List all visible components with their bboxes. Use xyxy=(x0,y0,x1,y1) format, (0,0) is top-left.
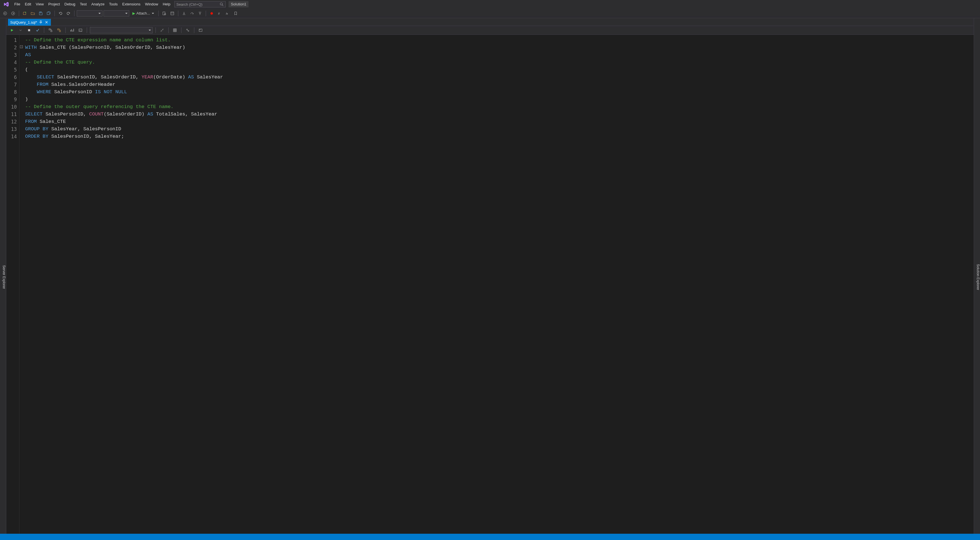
line-number: 9 xyxy=(6,96,17,103)
document-tab-strip: SqlQuery_1.sql* xyxy=(6,18,974,25)
workspace: Server Explorer SqlQuery_1.sql* xyxy=(0,18,980,534)
menu-debug[interactable]: Debug xyxy=(62,0,78,8)
uncomment-button[interactable]: /x xyxy=(224,10,231,17)
attach-debugger-button[interactable]: ▶ Attach... xyxy=(130,10,156,16)
back-button[interactable] xyxy=(2,10,8,17)
code-line[interactable]: ) xyxy=(25,96,974,103)
separator xyxy=(194,27,194,33)
solution-explorer-tab[interactable]: Solution Explorer xyxy=(974,18,980,534)
change-connection-button[interactable] xyxy=(197,27,204,33)
results-grid-button[interactable] xyxy=(172,27,178,33)
menu-tools[interactable]: Tools xyxy=(107,0,120,8)
menu-bar: FileEditViewProjectDebugTestAnalyzeTools… xyxy=(0,0,980,8)
menu-view[interactable]: View xyxy=(33,0,46,8)
play-icon: ▶ xyxy=(132,11,135,15)
svg-text://: // xyxy=(218,12,220,15)
code-editor[interactable]: 1234567891011121314 -- Define the CTE ex… xyxy=(6,35,974,534)
database-dropdown[interactable] xyxy=(90,27,153,33)
code-line[interactable]: -- Define the CTE expression name and co… xyxy=(25,37,974,44)
execute-button[interactable] xyxy=(8,27,15,33)
connection-button[interactable] xyxy=(159,27,165,33)
menu-window[interactable]: Window xyxy=(143,0,160,8)
code-line[interactable]: SELECT SalesPersonID, COUNT(SalesOrderID… xyxy=(25,111,974,118)
svg-point-0 xyxy=(220,3,223,5)
search-placeholder: Search (Ctrl+Q) xyxy=(176,2,202,6)
line-number: 1 xyxy=(6,37,17,44)
server-explorer-tab[interactable]: Server Explorer xyxy=(0,18,6,534)
menu-items: FileEditViewProjectDebugTestAnalyzeTools… xyxy=(12,0,173,8)
undo-button[interactable] xyxy=(57,10,64,17)
code-line[interactable]: WHERE SalesPersonID IS NOT NULL xyxy=(25,88,974,96)
estimated-plan-button[interactable] xyxy=(47,27,54,33)
status-bar xyxy=(0,534,980,540)
code-line[interactable]: -- Define the CTE query. xyxy=(25,59,974,66)
outlining-margin[interactable] xyxy=(19,35,23,534)
search-icon xyxy=(220,2,224,6)
execute-dropdown[interactable] xyxy=(17,27,24,33)
outline-collapse-icon[interactable] xyxy=(20,45,23,48)
separator xyxy=(181,27,181,33)
quick-search[interactable]: Search (Ctrl+Q) xyxy=(174,1,226,7)
vs-logo-icon xyxy=(3,1,10,8)
separator xyxy=(178,11,178,16)
menu-analyze[interactable]: Analyze xyxy=(89,0,107,8)
line-number: 6 xyxy=(6,73,17,81)
code-line[interactable]: FROM Sales.SalesOrderHeader xyxy=(25,81,974,88)
svg-rect-16 xyxy=(57,29,59,30)
menu-edit[interactable]: Edit xyxy=(22,0,33,8)
menu-extensions[interactable]: Extensions xyxy=(120,0,143,8)
solution-config-dropdown[interactable] xyxy=(77,10,102,16)
separator xyxy=(54,11,55,16)
document-area: SqlQuery_1.sql* xyxy=(6,18,974,534)
svg-rect-23 xyxy=(200,29,200,30)
step-out-button[interactable] xyxy=(197,10,204,17)
step-over-button[interactable] xyxy=(189,10,196,17)
bookmark-button[interactable] xyxy=(232,10,239,17)
attach-label: Attach... xyxy=(136,11,150,15)
redo-button[interactable] xyxy=(65,10,72,17)
new-project-button[interactable] xyxy=(21,10,28,17)
code-line[interactable]: ORDER BY SalesPersonID, SalesYear; xyxy=(25,133,974,140)
svg-rect-19 xyxy=(173,29,177,32)
menu-file[interactable]: File xyxy=(12,0,22,8)
find-in-files-button[interactable] xyxy=(161,10,168,17)
app-frame: FileEditViewProjectDebugTestAnalyzeTools… xyxy=(0,0,980,540)
code-line[interactable]: FROM Sales_CTE xyxy=(25,118,974,125)
line-number: 4 xyxy=(6,59,17,66)
stop-button[interactable] xyxy=(25,27,32,33)
separator xyxy=(87,27,87,33)
actual-plan-button[interactable] xyxy=(56,27,62,33)
code-area[interactable]: -- Define the CTE expression name and co… xyxy=(23,35,974,534)
solution-name[interactable]: Solution1 xyxy=(229,1,248,7)
new-query-button[interactable] xyxy=(184,27,191,33)
properties-button[interactable] xyxy=(169,10,176,17)
save-button[interactable] xyxy=(37,10,44,17)
code-line[interactable]: WITH Sales_CTE (SalesPersonID, SalesOrde… xyxy=(25,44,974,51)
comment-button[interactable]: // xyxy=(216,10,223,17)
line-number: 12 xyxy=(6,118,17,125)
save-all-button[interactable] xyxy=(45,10,52,17)
code-line[interactable]: GROUP BY SalesYear, SalesPersonID xyxy=(25,125,974,133)
svg-point-2 xyxy=(3,12,6,15)
include-statistics-button[interactable] xyxy=(68,27,75,33)
sqlcmd-mode-button[interactable] xyxy=(77,27,84,33)
line-number: 3 xyxy=(6,51,17,59)
menu-test[interactable]: Test xyxy=(78,0,89,8)
code-line[interactable]: SELECT SalesPersonID, SalesOrderID, YEAR… xyxy=(25,73,974,81)
parse-button[interactable] xyxy=(34,27,41,33)
open-file-button[interactable] xyxy=(29,10,36,17)
side-tool-label: Server Explorer xyxy=(2,265,6,289)
menu-project[interactable]: Project xyxy=(46,0,62,8)
code-line[interactable]: AS xyxy=(25,51,974,59)
forward-button[interactable] xyxy=(10,10,16,17)
code-line[interactable]: ( xyxy=(25,66,974,73)
toggle-breakpoint-button[interactable] xyxy=(208,10,215,17)
solution-platform-dropdown[interactable] xyxy=(103,10,129,16)
svg-rect-15 xyxy=(51,30,52,32)
step-into-button[interactable] xyxy=(181,10,188,17)
close-icon[interactable] xyxy=(45,20,48,24)
code-line[interactable]: -- Define the outer query referencing th… xyxy=(25,103,974,111)
menu-help[interactable]: Help xyxy=(160,0,173,8)
pin-icon[interactable] xyxy=(39,20,43,24)
document-tab[interactable]: SqlQuery_1.sql* xyxy=(8,19,51,25)
